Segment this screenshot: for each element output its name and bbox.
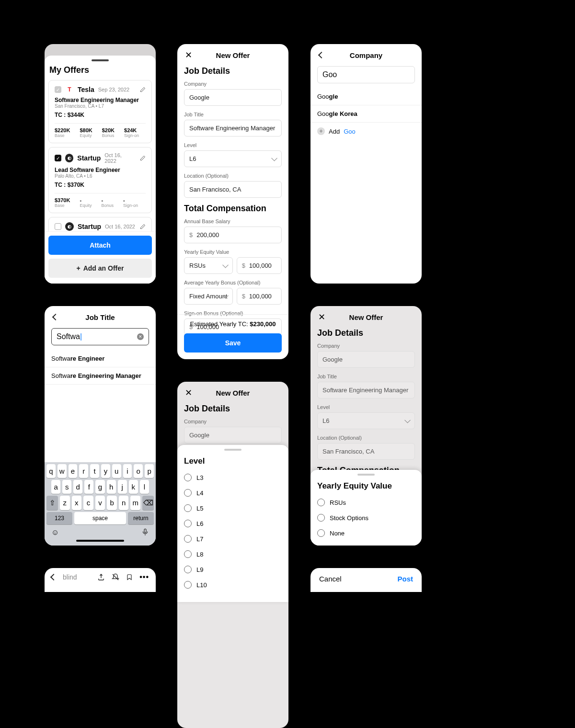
key-y[interactable]: y (101, 464, 110, 478)
key-q[interactable]: q (46, 464, 56, 478)
cancel-button[interactable]: Cancel (319, 575, 342, 583)
level-option[interactable]: L10 (177, 577, 288, 592)
attach-button[interactable]: Attach (48, 236, 152, 255)
level-option[interactable]: L3 (177, 470, 288, 485)
offer-card[interactable]: ✓ ◐ Startup Oct 16, 2022 Lead Software E… (48, 147, 152, 213)
add-company-item[interactable]: + Add Goo (310, 123, 422, 140)
back-icon[interactable] (51, 573, 56, 581)
level-option[interactable]: L6 (177, 516, 288, 531)
sheet-grabber[interactable] (224, 449, 242, 451)
breakdown-value: $370K (55, 197, 70, 203)
key-s[interactable]: s (62, 480, 71, 494)
level-label: L8 (196, 551, 203, 558)
equity-option[interactable]: Stock Options (310, 510, 422, 525)
close-icon[interactable]: ✕ (184, 51, 193, 59)
level-option[interactable]: L5 (177, 500, 288, 516)
key-g[interactable]: g (95, 480, 104, 494)
search-input[interactable]: Goo (317, 66, 415, 83)
key-c[interactable]: c (83, 496, 93, 510)
equity-type-select[interactable]: RSUs (184, 257, 233, 274)
edit-icon[interactable] (140, 224, 146, 229)
list-item[interactable]: Google Korea (310, 105, 422, 123)
key-z[interactable]: z (60, 496, 70, 510)
home-indicator[interactable] (76, 540, 124, 542)
bonus-value-input[interactable]: $100,000 (237, 288, 282, 305)
key-d[interactable]: d (73, 480, 82, 494)
key-n[interactable]: n (119, 496, 129, 510)
field-label: Company (177, 419, 288, 424)
key-e[interactable]: e (69, 464, 78, 478)
close-icon[interactable]: ✕ (184, 388, 193, 397)
offer-card[interactable]: ✓ T Tesla Sep 23, 2022 Software Engineer… (48, 80, 152, 143)
add-offer-button[interactable]: + Add an Offer (48, 259, 152, 278)
company-input[interactable]: Google (317, 351, 415, 368)
equity-option[interactable]: RSUs (310, 495, 422, 510)
sheet-grabber[interactable] (357, 474, 375, 476)
key-w[interactable]: w (58, 464, 67, 478)
sheet-grabber[interactable] (92, 59, 109, 61)
key-l[interactable]: l (140, 480, 149, 494)
level-sheet-screen: ✕ New Offer Job Details Company Google L… (177, 382, 288, 728)
key-o[interactable]: o (134, 464, 143, 478)
checkbox-icon[interactable]: ✓ (55, 86, 61, 93)
level-option[interactable]: L7 (177, 531, 288, 546)
location-input[interactable]: San Francisco, CA (317, 443, 415, 460)
numbers-key[interactable]: 123 (46, 512, 72, 524)
level-option[interactable]: L4 (177, 485, 288, 500)
base-salary-input[interactable]: $200,000 (184, 227, 282, 243)
key-k[interactable]: k (129, 480, 138, 494)
key-f[interactable]: f (84, 480, 93, 494)
key-a[interactable]: a (51, 480, 60, 494)
checkbox-icon[interactable]: ✓ (55, 155, 61, 161)
back-icon[interactable] (51, 313, 60, 321)
key-b[interactable]: b (107, 496, 117, 510)
key-t[interactable]: t (90, 464, 99, 478)
list-item[interactable]: Software Engineering Manager (45, 367, 156, 385)
level-select[interactable]: L6 (317, 412, 415, 429)
equity-option[interactable]: None (310, 525, 422, 541)
clear-icon[interactable]: ✕ (137, 333, 144, 340)
level-option[interactable]: L8 (177, 546, 288, 562)
key-r[interactable]: r (79, 464, 88, 478)
space-key[interactable]: space (74, 512, 126, 524)
key-v[interactable]: v (95, 496, 105, 510)
company-input[interactable]: Google (184, 427, 282, 444)
bell-off-icon[interactable] (112, 573, 119, 581)
search-input[interactable]: Softwa ✕ (51, 328, 149, 345)
mic-icon[interactable] (141, 528, 149, 537)
key-j[interactable]: j (118, 480, 127, 494)
key-x[interactable]: x (72, 496, 82, 510)
backspace-key[interactable]: ⌫ (142, 496, 154, 510)
job-title-input[interactable]: Software Engineering Manager (317, 382, 415, 398)
equity-value-input[interactable]: $100,000 (237, 257, 282, 274)
shift-key[interactable]: ⇧ (46, 496, 58, 510)
back-icon[interactable] (317, 51, 326, 59)
post-button[interactable]: Post (397, 575, 413, 583)
offer-breakdown: $370KBase -Equity -Bonus -Sign-on (55, 193, 146, 208)
key-i[interactable]: i (123, 464, 132, 478)
field-label: Level (310, 404, 422, 410)
edit-icon[interactable] (140, 155, 146, 161)
edit-icon[interactable] (140, 87, 146, 92)
job-title-input[interactable]: Software Engineering Manager (184, 120, 282, 136)
level-select[interactable]: L6 (184, 150, 282, 167)
checkbox-icon[interactable] (55, 223, 61, 230)
level-option[interactable]: L9 (177, 562, 288, 577)
key-p[interactable]: p (145, 464, 154, 478)
offer-tc: TC : $370K (55, 182, 146, 188)
location-input[interactable]: San Francisco, CA (184, 181, 282, 198)
bonus-type-select[interactable]: Fixed Amount (184, 288, 233, 305)
save-button[interactable]: Save (184, 333, 282, 353)
list-item[interactable]: Google (310, 88, 422, 105)
key-h[interactable]: h (107, 480, 116, 494)
close-icon[interactable]: ✕ (317, 313, 326, 321)
return-key[interactable]: return (128, 512, 154, 524)
list-item[interactable]: Software Engineer (45, 350, 156, 367)
share-icon[interactable] (97, 573, 105, 581)
key-m[interactable]: m (130, 496, 140, 510)
company-input[interactable]: Google (184, 89, 282, 106)
bookmark-icon[interactable] (126, 573, 133, 581)
emoji-icon[interactable]: ☺ (51, 528, 59, 537)
key-u[interactable]: u (112, 464, 121, 478)
more-icon[interactable]: ••• (139, 573, 149, 581)
